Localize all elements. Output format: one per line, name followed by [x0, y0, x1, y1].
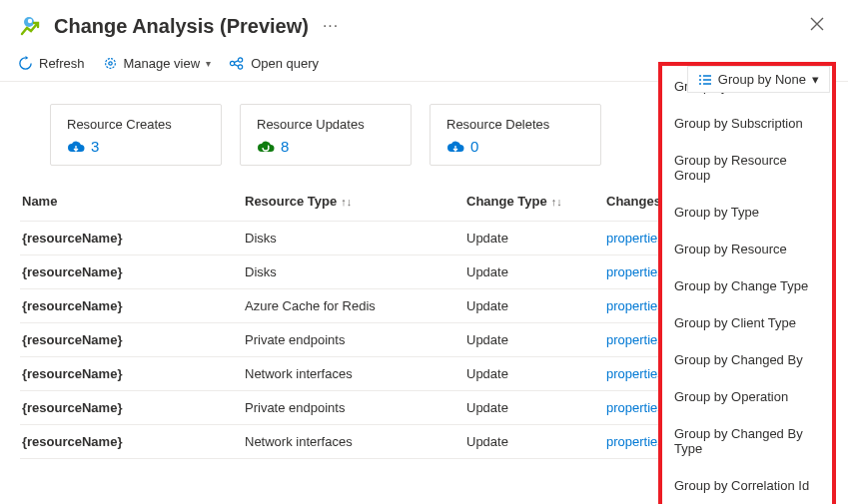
header-bar: Change Analysis (Preview) ··· [0, 0, 848, 48]
sort-icon: ↑↓ [551, 196, 562, 208]
open-query-button[interactable]: Open query [229, 56, 319, 71]
col-header-resource-type[interactable]: Resource Type↑↓ [245, 194, 466, 209]
card-title: Resource Deletes [446, 117, 584, 132]
change-analysis-icon [18, 12, 46, 40]
cell-resource-type: Network interfaces [245, 366, 466, 381]
cell-resource-type: Private endpoints [245, 400, 466, 415]
summary-card[interactable]: Resource Creates 3 [50, 104, 222, 166]
col-header-name[interactable]: Name [20, 194, 245, 209]
col-header-change-type[interactable]: Change Type↑↓ [466, 194, 606, 209]
sort-icon: ↑↓ [341, 196, 352, 208]
more-menu-button[interactable]: ··· [323, 17, 339, 35]
cell-change-type: Update [466, 434, 606, 449]
card-value: 0 [470, 138, 478, 155]
card-title: Resource Updates [257, 117, 395, 132]
cell-name: {resourceName} [20, 434, 245, 449]
cell-change-type: Update [466, 231, 606, 246]
dropdown-item[interactable]: Group by Client Type [662, 304, 832, 341]
cell-change-type: Update [466, 298, 606, 313]
cell-resource-type: Disks [245, 231, 466, 246]
dropdown-item[interactable]: Group by Type [662, 194, 832, 231]
cell-resource-type: Network interfaces [245, 434, 466, 449]
dropdown-item[interactable]: Group by Resource Group [662, 142, 832, 194]
cell-change-type: Update [466, 332, 606, 347]
chevron-down-icon: ▾ [812, 72, 819, 87]
dropdown-item[interactable]: Group by Resource [662, 231, 832, 267]
card-title: Resource Creates [67, 117, 205, 132]
cell-name: {resourceName} [20, 231, 245, 246]
manage-view-button[interactable]: Manage view ▾ [103, 56, 212, 71]
cell-name: {resourceName} [20, 298, 245, 313]
cell-resource-type: Private endpoints [245, 332, 466, 347]
cell-resource-type: Azure Cache for Redis [245, 298, 466, 313]
card-value: 3 [91, 138, 99, 155]
cell-name: {resourceName} [20, 400, 245, 415]
cell-name: {resourceName} [20, 366, 245, 381]
group-by-dropdown-button[interactable]: Group by None ▾ [687, 66, 830, 93]
group-by-dropdown-menu: Group by NoneGroup by SubscriptionGroup … [658, 62, 836, 504]
list-icon [698, 73, 712, 87]
summary-card[interactable]: Resource Updates 8 [240, 104, 412, 166]
cell-change-type: Update [466, 400, 606, 415]
summary-card[interactable]: Resource Deletes 0 [429, 104, 601, 166]
cell-resource-type: Disks [245, 264, 466, 279]
card-value: 8 [281, 138, 289, 155]
cell-change-type: Update [466, 366, 606, 381]
col-header-change-type-label: Change Type [466, 194, 547, 209]
cloud-icon [446, 140, 464, 154]
cell-name: {resourceName} [20, 332, 245, 347]
cell-change-type: Update [466, 264, 606, 279]
cell-name: {resourceName} [20, 264, 245, 279]
close-button[interactable] [804, 13, 830, 39]
page-title: Change Analysis (Preview) [54, 15, 309, 38]
refresh-label: Refresh [39, 56, 85, 71]
svg-point-5 [239, 58, 243, 62]
open-query-label: Open query [251, 56, 319, 71]
manage-view-label: Manage view [124, 56, 201, 71]
group-by-label: Group by None [718, 72, 806, 87]
dropdown-item[interactable]: Group by Changed By Type [662, 415, 832, 467]
svg-point-3 [108, 62, 111, 65]
refresh-icon [18, 56, 33, 71]
refresh-button[interactable]: Refresh [18, 56, 85, 71]
dropdown-item[interactable]: Group by Changed By [662, 341, 832, 378]
dropdown-item[interactable]: Group by Operation [662, 378, 832, 415]
chevron-down-icon: ▾ [206, 58, 211, 69]
gear-icon [103, 56, 118, 71]
svg-point-4 [231, 61, 235, 65]
svg-point-1 [28, 19, 32, 23]
svg-point-6 [239, 65, 243, 69]
dropdown-item[interactable]: Group by Change Type [662, 267, 832, 304]
cloud-icon [67, 140, 85, 154]
col-header-resource-type-label: Resource Type [245, 194, 337, 209]
dropdown-item[interactable]: Group by Subscription [662, 105, 832, 142]
cloud-icon [257, 140, 275, 154]
dropdown-item[interactable]: Group by Correlation Id [662, 467, 832, 504]
svg-point-2 [105, 59, 115, 69]
query-icon [229, 56, 245, 71]
